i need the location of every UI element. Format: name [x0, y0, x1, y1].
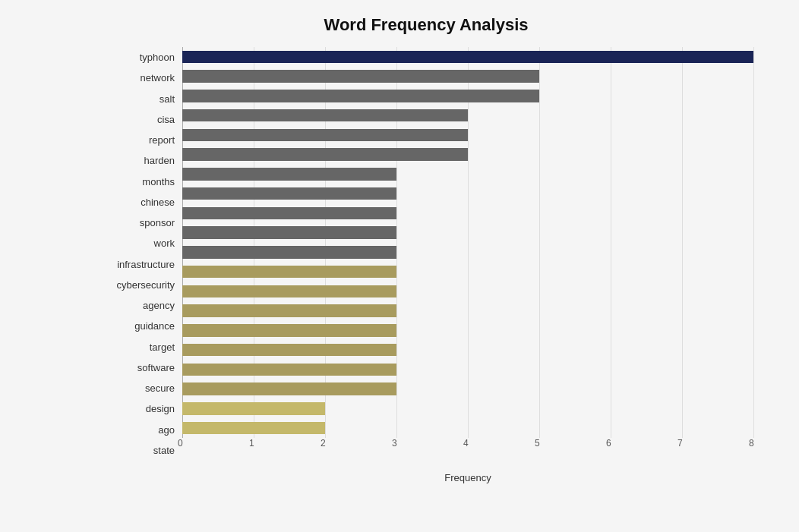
x-tick: 2	[321, 438, 326, 449]
bar-fill	[182, 266, 396, 279]
bar-label: state	[99, 440, 182, 461]
x-tick: 1	[249, 438, 254, 449]
bar-row	[182, 399, 753, 419]
bar-row	[182, 340, 753, 360]
bar-label: typhoon	[99, 47, 182, 68]
bar-fill	[182, 422, 325, 435]
bar-fill	[182, 246, 396, 259]
bar-row	[182, 47, 753, 67]
bar-label: infrastructure	[99, 254, 182, 275]
x-axis: 012345678	[182, 438, 753, 461]
bar-row	[182, 360, 753, 379]
bar-fill	[182, 187, 396, 200]
bar-label: salt	[99, 89, 182, 109]
bar-label: cisa	[99, 109, 182, 130]
bar-row	[182, 301, 753, 321]
chart-title: Word Frequency Analysis	[99, 15, 753, 35]
bar-row	[182, 184, 753, 203]
bar-row	[182, 223, 753, 243]
bar-row	[182, 203, 753, 223]
bar-row	[182, 262, 753, 282]
bar-fill	[182, 70, 539, 83]
bar-row	[182, 379, 753, 399]
bar-row	[182, 165, 753, 184]
x-tick: 0	[178, 438, 183, 449]
plot-area: 012345678	[182, 47, 753, 461]
bar-label: target	[99, 337, 182, 357]
bar-fill	[182, 168, 396, 181]
bar-label: guidance	[99, 316, 182, 336]
bar-fill	[182, 402, 325, 415]
bar-label: network	[99, 68, 182, 88]
bar-label: ago	[99, 420, 182, 440]
bar-fill	[182, 226, 396, 239]
bar-fill	[182, 207, 396, 220]
x-axis-label: Frequency	[182, 472, 753, 483]
bar-fill	[182, 364, 396, 376]
bar-label: design	[99, 398, 182, 419]
bar-row	[182, 67, 753, 87]
bar-row	[182, 87, 753, 106]
bar-fill	[182, 344, 396, 357]
bar-fill	[182, 324, 396, 337]
bar-row	[182, 282, 753, 301]
bar-fill	[182, 304, 396, 317]
bar-fill	[182, 51, 753, 64]
bar-labels: typhoonnetworksaltcisareporthardenmonths…	[99, 47, 182, 461]
bar-row	[182, 418, 753, 438]
bar-label: harden	[99, 150, 182, 171]
bar-row	[182, 105, 753, 125]
bar-row	[182, 145, 753, 165]
bar-fill	[182, 148, 468, 161]
bar-fill	[182, 90, 539, 102]
x-tick: 7	[677, 438, 683, 449]
chart-container: Word Frequency Analysis typhoonnetworksa…	[0, 0, 799, 532]
bar-row	[182, 243, 753, 263]
bar-fill	[182, 129, 468, 142]
bar-label: cybersecurity	[99, 275, 182, 295]
x-tick: 6	[606, 438, 611, 449]
bar-label: chinese	[99, 192, 182, 212]
bar-label: software	[99, 357, 182, 378]
bar-label: months	[99, 172, 182, 192]
grid-line	[753, 47, 754, 438]
bar-fill	[182, 109, 468, 122]
bar-label: report	[99, 130, 182, 150]
bar-row	[182, 125, 753, 145]
x-tick: 3	[392, 438, 397, 449]
x-tick: 8	[749, 438, 754, 449]
bar-label: work	[99, 233, 182, 253]
bar-fill	[182, 285, 396, 298]
bar-label: sponsor	[99, 212, 182, 233]
bar-label: agency	[99, 295, 182, 316]
bar-row	[182, 321, 753, 341]
bar-label: secure	[99, 378, 182, 398]
x-tick: 5	[535, 438, 540, 449]
bar-fill	[182, 382, 396, 395]
x-tick: 4	[463, 438, 469, 449]
